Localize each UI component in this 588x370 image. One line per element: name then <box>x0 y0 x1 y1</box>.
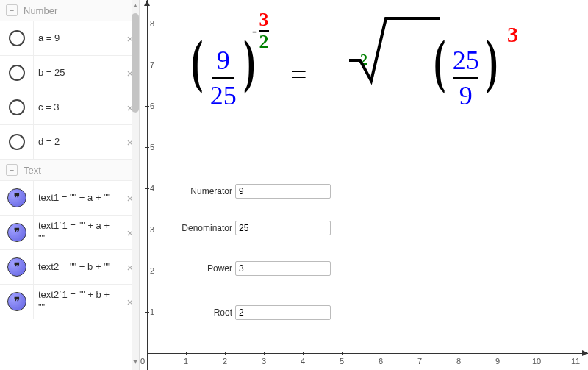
x-tick: 5 <box>340 357 344 366</box>
field-label: Numerator <box>176 186 235 196</box>
radical-icon <box>345 15 441 88</box>
fraction-right: 25 9 <box>453 45 479 111</box>
visibility-toggle[interactable]: ❞ <box>0 250 34 284</box>
x-tick: 4 <box>301 357 305 366</box>
x-tick: 1 <box>184 357 188 366</box>
x-tick: 11 <box>571 357 580 366</box>
visibility-toggle[interactable] <box>0 21 34 55</box>
x-axis-arrow-icon <box>582 350 588 356</box>
x-tick: 3 <box>262 357 266 366</box>
row-text1[interactable]: ❞ text1 = "" + a + "" × <box>0 181 139 216</box>
graphics-view[interactable]: 1 2 3 4 5 6 7 8 0 1 2 3 4 5 6 7 8 9 10 1… <box>140 0 588 370</box>
text-icon: ❞ <box>7 188 26 207</box>
y-tick: 6 <box>150 102 154 110</box>
text-icon: ❞ <box>7 292 26 311</box>
scrollbar-thumb[interactable] <box>132 13 139 113</box>
x-tick: 7 <box>417 357 422 366</box>
x-tick: 8 <box>456 357 461 366</box>
row-expr[interactable]: d = 2 <box>34 133 121 152</box>
right-exponent: 3 <box>507 22 518 47</box>
x-tick: 6 <box>379 357 383 366</box>
field-label: Root <box>176 307 235 318</box>
row-c[interactable]: c = 3 × <box>0 90 139 125</box>
group-header-text[interactable]: − Text <box>0 160 139 181</box>
field-power: Power <box>176 261 331 276</box>
row-b[interactable]: b = 25 × <box>0 56 139 90</box>
x-tick: 2 <box>223 357 227 366</box>
power-input[interactable] <box>235 261 331 276</box>
x-tick: 0 <box>140 357 145 366</box>
exponent-sign: - <box>252 24 257 39</box>
visibility-toggle[interactable]: ❞ <box>0 216 34 249</box>
text-icon: ❞ <box>7 257 26 277</box>
row-expr[interactable]: b = 25 <box>34 64 121 82</box>
scroll-down-icon[interactable]: ▼ <box>132 358 139 369</box>
field-numerator: Numerator <box>176 184 331 199</box>
group-title: Number <box>24 5 57 16</box>
paren-close-icon: ) <box>486 40 498 82</box>
x-tick: 10 <box>532 357 541 366</box>
row-expr[interactable]: c = 3 <box>34 99 121 117</box>
y-tick: 7 <box>150 60 154 69</box>
numerator-input[interactable] <box>235 184 331 199</box>
circle-icon <box>9 30 25 46</box>
y-tick: 1 <box>150 307 154 316</box>
row-text1-1[interactable]: ❞ text1˙1 = "" + a + "" × <box>0 216 139 250</box>
row-d[interactable]: d = 2 × <box>0 125 139 160</box>
algebra-panel: − Number a = 9 × b = 25 × c = 3 × d = 2 … <box>0 0 140 370</box>
row-text2-1[interactable]: ❞ text2˙1 = "" + b + "" × <box>0 285 139 319</box>
row-expr[interactable]: a = 9 <box>34 29 121 48</box>
y-axis-arrow-icon <box>144 0 150 6</box>
equation-left[interactable]: ( 9 25 ) <box>187 40 259 111</box>
y-tick: 5 <box>150 143 154 152</box>
collapse-icon[interactable]: − <box>6 4 18 16</box>
paren-open-icon: ( <box>434 40 445 82</box>
row-expr[interactable]: text1˙1 = "" + a + "" <box>34 217 121 248</box>
row-expr[interactable]: text2 = "" + b + "" <box>34 258 121 277</box>
exponent-fraction: 3 2 <box>259 10 269 51</box>
field-denominator: Denominator <box>176 221 331 235</box>
circle-icon <box>9 99 25 115</box>
field-label: Power <box>176 263 235 274</box>
scroll-up-icon[interactable]: ▲ <box>132 1 139 12</box>
row-expr[interactable]: text2˙1 = "" + b + "" <box>34 286 121 317</box>
group-title: Text <box>24 165 41 176</box>
root-input[interactable] <box>235 305 331 320</box>
sidebar-scrollbar[interactable]: ▲ ▼ <box>132 0 139 370</box>
y-tick: 2 <box>150 266 154 275</box>
y-tick: 3 <box>150 225 154 234</box>
equation-right[interactable]: ( 25 9 ) <box>430 40 501 111</box>
visibility-toggle[interactable] <box>0 90 34 124</box>
circle-icon <box>9 134 25 150</box>
y-tick: 4 <box>150 184 154 193</box>
paren-open-icon: ( <box>191 40 203 82</box>
row-expr[interactable]: text1 = "" + a + "" <box>34 189 121 207</box>
visibility-toggle[interactable] <box>0 125 34 159</box>
x-tick: 9 <box>495 357 500 366</box>
field-label: Denominator <box>176 223 235 233</box>
text-icon: ❞ <box>7 223 26 242</box>
field-root: Root <box>176 305 331 320</box>
denominator-input[interactable] <box>235 221 331 235</box>
visibility-toggle[interactable]: ❞ <box>0 285 34 319</box>
circle-icon <box>9 65 25 81</box>
visibility-toggle[interactable]: ❞ <box>0 181 34 215</box>
y-tick: 8 <box>150 19 154 28</box>
collapse-icon[interactable]: − <box>6 164 18 176</box>
equals-sign: = <box>290 57 307 92</box>
row-a[interactable]: a = 9 × <box>0 21 139 56</box>
fraction-left: 9 25 <box>210 45 237 111</box>
paren-close-icon: ) <box>243 40 255 82</box>
row-text2[interactable]: ❞ text2 = "" + b + "" × <box>0 250 139 285</box>
visibility-toggle[interactable] <box>0 56 34 90</box>
group-header-number[interactable]: − Number <box>0 0 139 21</box>
